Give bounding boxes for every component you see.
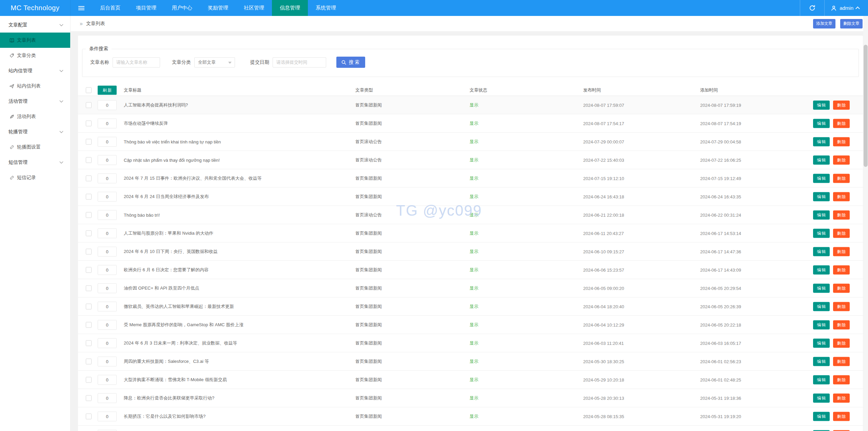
nav-item-information[interactable]: 信息管理 <box>272 0 308 16</box>
edit-button[interactable]: 编辑 <box>813 357 830 366</box>
sidebar-group-sms[interactable]: 短信管理 <box>0 155 70 170</box>
row-checkbox[interactable] <box>86 102 92 108</box>
row-checkbox[interactable] <box>86 267 92 273</box>
row-checkbox[interactable] <box>86 377 92 383</box>
edit-button[interactable]: 编辑 <box>813 155 830 164</box>
sort-input[interactable] <box>98 356 117 366</box>
edit-button[interactable]: 编辑 <box>813 375 830 384</box>
row-checkbox[interactable] <box>86 212 92 218</box>
delete-button[interactable]: 删除 <box>833 338 850 348</box>
edit-button[interactable]: 编辑 <box>813 302 830 311</box>
delete-button[interactable]: 删除 <box>833 302 850 311</box>
sidebar-toggle-button[interactable] <box>71 0 92 16</box>
edit-button[interactable]: 编辑 <box>813 174 830 183</box>
edit-button[interactable]: 编辑 <box>813 393 830 403</box>
sort-input[interactable] <box>98 210 117 220</box>
row-checkbox[interactable] <box>86 249 92 254</box>
delete-button[interactable]: 删除 <box>833 320 850 329</box>
delete-button[interactable]: 删除 <box>833 100 850 110</box>
row-checkbox[interactable] <box>86 285 92 291</box>
nav-item-system[interactable]: 系统管理 <box>308 0 344 16</box>
delete-button[interactable]: 删除 <box>833 210 850 219</box>
sort-input[interactable] <box>98 173 117 183</box>
sort-input[interactable] <box>98 265 117 275</box>
delete-button[interactable]: 删除 <box>833 265 850 274</box>
edit-button[interactable]: 编辑 <box>813 338 830 348</box>
delete-button[interactable]: 删除 <box>833 375 850 384</box>
sidebar-group-carousel[interactable]: 轮播管理 <box>0 124 70 139</box>
row-checkbox[interactable] <box>86 194 92 199</box>
sort-input[interactable] <box>98 137 117 146</box>
scrollbar-track[interactable] <box>863 16 868 431</box>
sort-input[interactable] <box>98 192 117 201</box>
delete-button[interactable]: 删除 <box>833 229 850 238</box>
sidebar-item-message-list[interactable]: 站内信列表 <box>0 78 70 94</box>
sort-input[interactable] <box>98 338 117 348</box>
sidebar-item-article-category[interactable]: 文章分类 <box>0 48 70 63</box>
row-checkbox[interactable] <box>86 340 92 346</box>
row-checkbox[interactable] <box>86 303 92 309</box>
article-category-select[interactable]: 全部文章 <box>194 57 235 67</box>
row-checkbox[interactable] <box>86 413 92 419</box>
refresh-button[interactable] <box>800 0 824 16</box>
submit-date-input[interactable] <box>273 57 326 67</box>
edit-button[interactable]: 编辑 <box>813 210 830 219</box>
user-menu[interactable]: admin <box>824 0 868 16</box>
row-checkbox[interactable] <box>86 322 92 328</box>
row-checkbox[interactable] <box>86 157 92 163</box>
sort-input[interactable] <box>98 228 117 238</box>
edit-button[interactable]: 编辑 <box>813 265 830 274</box>
nav-item-project[interactable]: 项目管理 <box>128 0 164 16</box>
sidebar-item-carousel-settings[interactable]: 轮播图设置 <box>0 139 70 155</box>
article-name-input[interactable] <box>113 57 160 67</box>
sort-input[interactable] <box>98 430 117 431</box>
sort-input[interactable] <box>98 118 117 128</box>
edit-button[interactable]: 编辑 <box>813 119 830 128</box>
sort-input[interactable] <box>98 155 117 165</box>
sort-input[interactable] <box>98 247 117 256</box>
sort-input[interactable] <box>98 301 117 311</box>
delete-button[interactable]: 删除 <box>833 357 850 366</box>
refresh-table-button[interactable]: 刷新 <box>98 86 117 95</box>
scrollbar-thumb[interactable] <box>864 45 868 167</box>
nav-item-reward[interactable]: 奖励管理 <box>200 0 236 16</box>
sort-input[interactable] <box>98 411 117 421</box>
row-checkbox[interactable] <box>86 139 92 144</box>
delete-button[interactable]: 删除 <box>833 412 850 421</box>
row-checkbox[interactable] <box>86 358 92 364</box>
delete-button[interactable]: 删除 <box>833 174 850 183</box>
delete-article-button[interactable]: 删除文章 <box>840 19 863 28</box>
sort-input[interactable] <box>98 100 117 110</box>
row-checkbox[interactable] <box>86 395 92 401</box>
sidebar-group-activity[interactable]: 活动管理 <box>0 94 70 109</box>
sidebar-group-message[interactable]: 站内信管理 <box>0 63 70 78</box>
delete-button[interactable]: 删除 <box>833 155 850 164</box>
delete-button[interactable]: 删除 <box>833 393 850 403</box>
add-article-button[interactable]: 添加文章 <box>813 19 835 28</box>
nav-item-community[interactable]: 社区管理 <box>236 0 272 16</box>
search-button[interactable]: 搜索 <box>336 57 365 68</box>
sort-input[interactable] <box>98 283 117 293</box>
sidebar-item-activity-list[interactable]: 活动列表 <box>0 109 70 124</box>
delete-button[interactable]: 删除 <box>833 137 850 146</box>
sidebar-group-article-config[interactable]: 文章配置 <box>0 17 70 33</box>
row-checkbox[interactable] <box>86 175 92 181</box>
delete-button[interactable]: 删除 <box>833 119 850 128</box>
edit-button[interactable]: 编辑 <box>813 137 830 146</box>
edit-button[interactable]: 编辑 <box>813 247 830 256</box>
row-checkbox[interactable] <box>86 120 92 126</box>
edit-button[interactable]: 编辑 <box>813 229 830 238</box>
edit-button[interactable]: 编辑 <box>813 100 830 110</box>
sort-input[interactable] <box>98 393 117 403</box>
sidebar-item-sms-records[interactable]: 短信记录 <box>0 170 70 185</box>
edit-button[interactable]: 编辑 <box>813 320 830 329</box>
delete-button[interactable]: 删除 <box>833 283 850 293</box>
nav-item-user-center[interactable]: 用户中心 <box>164 0 200 16</box>
delete-button[interactable]: 删除 <box>833 192 850 201</box>
edit-button[interactable]: 编辑 <box>813 283 830 293</box>
edit-button[interactable]: 编辑 <box>813 192 830 201</box>
edit-button[interactable]: 编辑 <box>813 412 830 421</box>
row-checkbox[interactable] <box>86 230 92 236</box>
sort-input[interactable] <box>98 375 117 385</box>
nav-item-dashboard[interactable]: 后台首页 <box>92 0 128 16</box>
